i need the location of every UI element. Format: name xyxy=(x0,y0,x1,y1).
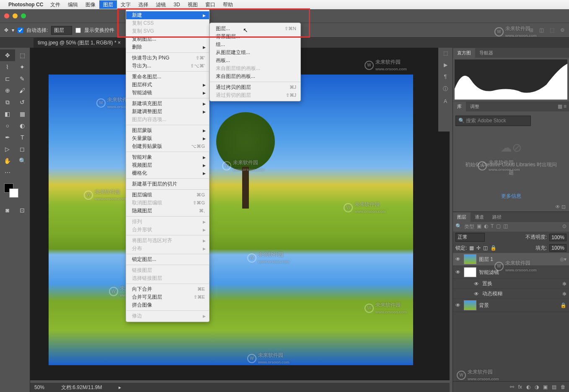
info-icon[interactable]: ⓘ xyxy=(443,85,448,93)
filter-image-icon[interactable]: ▣ xyxy=(477,223,481,230)
align-icon[interactable]: ⊞ xyxy=(529,27,533,33)
filter-type-icon[interactable]: T xyxy=(491,223,494,230)
crop-tool[interactable]: ⊏ xyxy=(0,73,15,85)
menu-item[interactable]: 新建基于图层的切片 xyxy=(126,180,209,188)
visibility-icon[interactable]: 👁 xyxy=(455,256,461,262)
history-brush-tool[interactable]: ↺ xyxy=(15,96,30,108)
submenu-item[interactable]: 通过拷贝的图层⌘J xyxy=(210,83,300,91)
blend-mode-dropdown[interactable]: 正常 xyxy=(455,233,485,242)
minimize-window-icon[interactable] xyxy=(13,13,18,18)
more-info-link[interactable]: 更多信息 xyxy=(455,193,566,200)
menu-文字[interactable]: 文字 xyxy=(117,0,134,9)
menu-item[interactable]: 快速导出为 PNG⇧⌘' xyxy=(126,54,209,62)
menu-item[interactable]: 导出为...⇧⌥⌘' xyxy=(126,62,209,70)
menu-3D[interactable]: 3D xyxy=(170,0,184,9)
fill-input[interactable]: 100% xyxy=(549,244,566,252)
menu-item[interactable]: 向下合并⌘E xyxy=(126,285,209,293)
tab-histogram[interactable]: 直方图 xyxy=(453,48,475,58)
menu-窗口[interactable]: 窗口 xyxy=(202,0,219,9)
submenu-item[interactable]: 组... xyxy=(210,41,300,49)
layer-row[interactable]: 👁 智能滤镜 xyxy=(453,266,569,279)
eyedropper-tool[interactable]: ✎ xyxy=(15,73,30,85)
menu-item[interactable]: 合并可见图层⇧⌘E xyxy=(126,293,209,301)
menu-图层[interactable]: 图层 xyxy=(99,0,117,9)
mask-icon[interactable]: ◐ xyxy=(526,384,530,390)
menu-item[interactable]: 图层蒙版▶ xyxy=(126,126,209,134)
filter-shape-icon[interactable]: ▢ xyxy=(496,223,501,230)
3d-icon[interactable]: ◫ xyxy=(539,27,544,33)
filter-settings-icon[interactable]: ❃ xyxy=(562,291,566,297)
eraser-tool[interactable]: ◧ xyxy=(0,108,15,120)
link-layers-icon[interactable]: ⚯ xyxy=(510,384,514,390)
menu-item[interactable]: 智能滤镜▶ xyxy=(126,89,209,97)
dodge-tool[interactable]: ◐ xyxy=(15,120,30,132)
char-icon[interactable]: A xyxy=(444,98,447,104)
quickmask-tool[interactable]: ◙ xyxy=(0,204,15,216)
maximize-window-icon[interactable] xyxy=(21,13,26,18)
move-tool[interactable]: ✥ xyxy=(0,49,15,61)
tab-navigator[interactable]: 导航器 xyxy=(475,48,497,58)
stamp-tool[interactable]: ⧉ xyxy=(0,96,15,108)
fx-icon[interactable]: fx xyxy=(518,384,522,390)
lock-all-icon[interactable]: ▦ xyxy=(469,245,474,251)
zoom-tool[interactable]: 🔍 xyxy=(15,155,30,167)
adjustment-icon[interactable]: ◑ xyxy=(535,384,539,390)
paragraph-icon[interactable]: ¶ xyxy=(444,74,447,80)
heal-tool[interactable]: ⊕ xyxy=(0,85,15,96)
type-tool[interactable]: T xyxy=(15,132,30,143)
submenu-item[interactable]: 来自图层的画板... xyxy=(210,72,300,80)
shape-tool[interactable]: ◻ xyxy=(15,143,30,155)
screenmode-tool[interactable]: ⊡ xyxy=(15,204,30,216)
menu-item[interactable]: 栅格化▶ xyxy=(126,169,209,177)
tab-paths[interactable]: 路径 xyxy=(488,212,506,222)
delete-icon[interactable]: 🗑 xyxy=(561,384,566,390)
auto-select-dropdown[interactable]: 图层 xyxy=(51,26,72,35)
layer-menu[interactable]: 新建▶复制 CSS复制 SVG复制图层...删除▶快速导出为 PNG⇧⌘'导出为… xyxy=(126,9,209,322)
menu-item[interactable]: 图层编组⌘G xyxy=(126,191,209,199)
submenu-item[interactable]: 从图层建立组... xyxy=(210,49,300,57)
menu-item[interactable]: 矢量蒙版▶ xyxy=(126,134,209,142)
opacity-input[interactable]: 100% xyxy=(549,234,566,241)
tab-layers[interactable]: 图层 xyxy=(453,212,471,222)
tab-library[interactable]: 库 xyxy=(453,102,466,111)
path-tool[interactable]: ▷ xyxy=(0,143,15,155)
layer-row[interactable]: 👁 动态模糊 ❃ xyxy=(453,289,569,299)
menu-选择[interactable]: 选择 xyxy=(134,0,152,9)
close-window-icon[interactable] xyxy=(4,13,9,18)
layer-thumbnail[interactable] xyxy=(464,267,476,277)
lock-pixels-icon[interactable]: ◫ xyxy=(483,245,488,251)
menu-item[interactable]: 拼合图像 xyxy=(126,301,209,309)
submenu-item[interactable]: 画板... xyxy=(210,57,300,64)
menu-item[interactable]: 新建填充图层▶ xyxy=(126,100,209,108)
fx-toggle-icon[interactable]: 👁 ⊡ xyxy=(453,202,569,211)
canvas[interactable] xyxy=(49,75,413,365)
gradient-tool[interactable]: ▦ xyxy=(15,108,30,120)
lock-position-icon[interactable]: ✢ xyxy=(476,245,481,251)
zoom-level[interactable]: 50% xyxy=(34,384,44,390)
gear-icon[interactable]: ⚙ xyxy=(560,27,565,33)
tab-adjustments[interactable]: 调整 xyxy=(466,102,484,111)
mode-icon[interactable]: ⬚ xyxy=(550,27,554,33)
filter-adjust-icon[interactable]: ◐ xyxy=(484,223,488,230)
visibility-icon[interactable]: 👁 xyxy=(455,302,461,308)
search-input[interactable]: 🔍 搜索 Adobe Stock xyxy=(455,116,531,126)
layer-row[interactable]: 👁 图层 1 ◎▾ xyxy=(453,253,569,266)
visibility-icon[interactable]: 👁 xyxy=(455,269,461,275)
lasso-tool[interactable]: ⌇ xyxy=(0,61,15,73)
menu-item[interactable]: 图层样式▶ xyxy=(126,81,209,89)
pen-tool[interactable]: ✒ xyxy=(0,132,15,143)
filter-smart-icon[interactable]: ◫ xyxy=(503,223,508,230)
filter-toggle[interactable]: ⊙ xyxy=(562,223,566,230)
doc-size[interactable]: 文档:6.92M/11.9M xyxy=(61,384,102,391)
color-swatches[interactable] xyxy=(0,183,30,199)
menu-item[interactable]: 复制图层... xyxy=(126,35,209,43)
menu-item[interactable]: 锁定图层... xyxy=(126,255,209,263)
new-submenu[interactable]: 图层...⇧⌘N背景图层...组...从图层建立组...画板...来自图层组的画… xyxy=(209,23,301,101)
grid-view-icon[interactable]: ▦ ≡ xyxy=(555,103,569,109)
marquee-tool[interactable]: ⬚ xyxy=(15,49,30,61)
brush-tool[interactable]: 🖌 xyxy=(15,85,30,96)
edit-toolbar[interactable]: ⋯ xyxy=(0,167,15,178)
document-tab[interactable]: timg.jpeg @ 50% (图层 1, RGB/8) * × xyxy=(34,38,125,48)
history-panel-icon[interactable]: ⬚ xyxy=(443,50,448,56)
visibility-icon[interactable]: 👁 xyxy=(474,291,480,297)
